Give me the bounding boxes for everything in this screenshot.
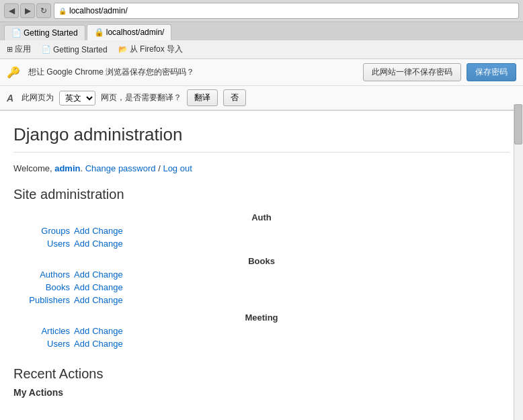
authors-change-link[interactable]: Change bbox=[92, 269, 123, 280]
bookmark-label-firefox: 从 Firefox 导入 bbox=[130, 44, 183, 55]
tab-icon-2: 🔒 bbox=[94, 28, 104, 37]
users-row-auth: Users Add Change bbox=[13, 237, 510, 250]
groups-link[interactable]: Groups bbox=[41, 226, 70, 236]
password-bar: 🔑 想让 Google Chrome 浏览器保存您的密码吗？ 此网站一律不保存密… bbox=[0, 59, 523, 86]
authors-add-link[interactable]: Add bbox=[74, 269, 89, 280]
articles-link-cell: Articles bbox=[20, 326, 74, 336]
users-row-meeting: Users Add Change bbox=[13, 337, 510, 350]
users-link-meeting[interactable]: Users bbox=[47, 339, 70, 349]
folder-icon: 📂 bbox=[118, 45, 128, 54]
no-translate-button[interactable]: 否 bbox=[223, 89, 246, 106]
tab-label-2: localhost/admin/ bbox=[106, 28, 165, 37]
users-link-cell-meeting: Users bbox=[20, 339, 74, 349]
articles-actions: Add Change bbox=[74, 326, 123, 336]
my-actions-title: My Actions bbox=[13, 387, 510, 398]
tab-admin[interactable]: 🔒 localhost/admin/ bbox=[87, 24, 172, 40]
translate-label: 此网页为 bbox=[22, 92, 54, 103]
books-link[interactable]: Books bbox=[46, 282, 70, 292]
bookmark-label-getting-started: Getting Started bbox=[53, 45, 108, 54]
translate-question: 网页，是否需要翻译？ bbox=[101, 92, 182, 103]
address-bar[interactable]: 🔒 localhost/admin/ bbox=[54, 3, 519, 19]
translate-bar: A 此网页为 英文 网页，是否需要翻译？ 翻译 否 bbox=[0, 86, 523, 110]
auth-section: Auth Groups Add Change Users Add Change bbox=[13, 210, 510, 250]
forward-button[interactable]: ▶ bbox=[20, 3, 35, 18]
authors-link[interactable]: Authors bbox=[40, 269, 70, 280]
publishers-link[interactable]: Publishers bbox=[29, 295, 70, 305]
page-title: Django administration bbox=[13, 124, 510, 153]
bookmark-getting-started[interactable]: 📄 Getting Started bbox=[39, 44, 110, 56]
tab-getting-started[interactable]: 📄 Getting Started bbox=[4, 25, 85, 40]
bookmark-label-apps: 应用 bbox=[15, 44, 31, 55]
browser-toolbar: ◀ ▶ ↻ 🔒 localhost/admin/ bbox=[0, 0, 523, 22]
groups-actions: Add Change bbox=[74, 226, 123, 236]
articles-add-link[interactable]: Add bbox=[74, 326, 89, 336]
articles-change-link[interactable]: Change bbox=[92, 326, 123, 336]
authors-actions: Add Change bbox=[74, 269, 123, 280]
books-add-link[interactable]: Add bbox=[74, 282, 89, 292]
users-change-link-auth[interactable]: Change bbox=[92, 239, 123, 249]
change-password-link[interactable]: Change password bbox=[85, 163, 156, 173]
bookmark-firefox[interactable]: 📂 从 Firefox 导入 bbox=[116, 42, 186, 56]
recent-actions-title: Recent Actions bbox=[13, 366, 510, 382]
nav-buttons: ◀ ▶ ↻ bbox=[4, 3, 51, 18]
books-change-link[interactable]: Change bbox=[92, 282, 123, 292]
vertical-scrollbar[interactable] bbox=[514, 104, 523, 411]
books-label: Books bbox=[13, 254, 510, 268]
page-content: Django administration Welcome, admin. Ch… bbox=[0, 111, 523, 411]
back-button[interactable]: ◀ bbox=[4, 3, 19, 18]
users-link-auth[interactable]: Users bbox=[47, 239, 70, 249]
doc-icon: 📄 bbox=[42, 45, 51, 54]
logout-link[interactable]: Log out bbox=[163, 163, 192, 173]
key-icon: 🔑 bbox=[7, 66, 20, 79]
tab-label-1: Getting Started bbox=[24, 28, 78, 38]
publishers-link-cell: Publishers bbox=[20, 295, 74, 305]
authors-link-cell: Authors bbox=[20, 269, 74, 280]
publishers-add-link[interactable]: Add bbox=[74, 295, 89, 305]
auth-label: Auth bbox=[13, 210, 510, 224]
publishers-change-link[interactable]: Change bbox=[92, 295, 123, 305]
users-actions-meeting: Add Change bbox=[74, 339, 123, 349]
books-link-cell: Books bbox=[20, 282, 74, 292]
apps-icon: ⊞ bbox=[7, 45, 13, 54]
groups-change-link[interactable]: Change bbox=[92, 226, 123, 236]
articles-row: Articles Add Change bbox=[13, 325, 510, 337]
separator: / bbox=[158, 163, 161, 173]
bookmark-apps[interactable]: ⊞ 应用 bbox=[4, 42, 34, 56]
users-change-link-meeting[interactable]: Change bbox=[92, 339, 123, 349]
refresh-button[interactable]: ↻ bbox=[36, 3, 51, 18]
users-link-cell-auth: Users bbox=[20, 239, 74, 249]
password-bar-text: 想让 Google Chrome 浏览器保存您的密码吗？ bbox=[28, 67, 358, 78]
books-actions: Add Change bbox=[74, 282, 123, 292]
bookmarks-bar: ⊞ 应用 📄 Getting Started 📂 从 Firefox 导入 bbox=[0, 40, 523, 59]
translate-button[interactable]: 翻译 bbox=[187, 89, 218, 106]
language-select[interactable]: 英文 bbox=[59, 91, 95, 106]
groups-link-cell: Groups bbox=[20, 226, 74, 236]
authors-row: Authors Add Change bbox=[13, 268, 510, 281]
books-section: Books Authors Add Change Books Add Chang… bbox=[13, 254, 510, 306]
groups-row: Groups Add Change bbox=[13, 224, 510, 237]
tab-icon-1: 📄 bbox=[11, 28, 21, 38]
users-actions-auth: Add Change bbox=[74, 239, 123, 249]
browser-chrome: ◀ ▶ ↻ 🔒 localhost/admin/ 📄 Getting Start… bbox=[0, 0, 523, 111]
save-password-button[interactable]: 保存密码 bbox=[467, 63, 516, 81]
site-admin-title: Site administration bbox=[13, 187, 510, 202]
publishers-row: Publishers Add Change bbox=[13, 294, 510, 306]
welcome-text: Welcome, bbox=[13, 163, 52, 173]
articles-link[interactable]: Articles bbox=[41, 326, 70, 336]
users-add-link-meeting[interactable]: Add bbox=[74, 339, 89, 349]
address-text: localhost/admin/ bbox=[69, 6, 128, 15]
lock-icon: 🔒 bbox=[58, 7, 67, 15]
books-row: Books Add Change bbox=[13, 281, 510, 294]
meeting-label: Meeting bbox=[13, 310, 510, 325]
users-add-link-auth[interactable]: Add bbox=[74, 239, 89, 249]
never-save-button[interactable]: 此网站一律不保存密码 bbox=[363, 63, 461, 81]
admin-user-link[interactable]: admin bbox=[54, 163, 80, 173]
groups-add-link[interactable]: Add bbox=[74, 226, 89, 236]
welcome-line: Welcome, admin. Change password / Log ou… bbox=[13, 163, 510, 173]
scrollbar-thumb[interactable] bbox=[514, 104, 522, 144]
meeting-section: Meeting Articles Add Change Users Add Ch… bbox=[13, 310, 510, 350]
translate-icon: A bbox=[7, 93, 13, 103]
tabs-bar: 📄 Getting Started 🔒 localhost/admin/ bbox=[0, 22, 523, 40]
publishers-actions: Add Change bbox=[74, 295, 123, 305]
